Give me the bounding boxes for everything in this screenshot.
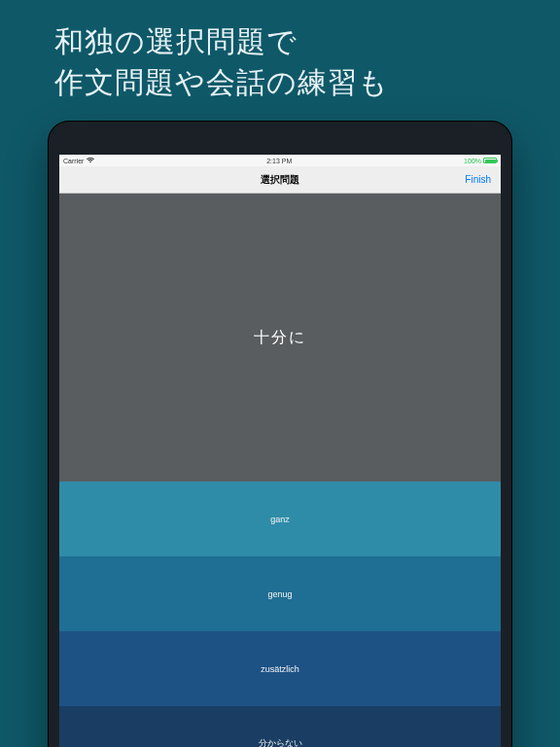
answer-option-label: genug [267, 589, 292, 599]
answer-option-3[interactable]: zusätzlich [59, 631, 501, 706]
promo-headline: 和独の選択問題で 作文問題や会話の練習も [0, 0, 560, 121]
answer-option-label: 分からない [259, 737, 302, 747]
status-bar: Carrier 2:13 PM 100% [59, 155, 501, 166]
question-card: 十分に [59, 194, 501, 481]
battery-percent: 100% [464, 158, 481, 164]
question-text: 十分に [254, 328, 306, 348]
answer-option-4[interactable]: 分からない [59, 706, 501, 747]
answer-option-label: ganz [270, 515, 290, 524]
nav-title: 選択問題 [261, 173, 299, 187]
answer-option-2[interactable]: genug [59, 556, 501, 631]
answer-option-label: zusätzlich [261, 664, 299, 674]
status-left: Carrier [63, 158, 94, 164]
finish-button[interactable]: Finish [465, 174, 491, 185]
battery-indicator: 100% [464, 158, 497, 164]
wifi-icon [87, 158, 94, 164]
carrier-label: Carrier [63, 158, 84, 164]
status-time: 2:13 PM [266, 158, 292, 164]
battery-icon [483, 158, 497, 163]
answer-option-1[interactable]: ganz [59, 481, 501, 556]
promo-line-1: 和独の選択問題で [54, 21, 560, 62]
tablet-screen: Carrier 2:13 PM 100% 選択問題 Finish 十分に gan… [59, 155, 501, 747]
tablet-frame: Carrier 2:13 PM 100% 選択問題 Finish 十分に gan… [48, 121, 512, 747]
promo-line-2: 作文問題や会話の練習も [54, 62, 560, 103]
nav-bar: 選択問題 Finish [59, 166, 501, 194]
